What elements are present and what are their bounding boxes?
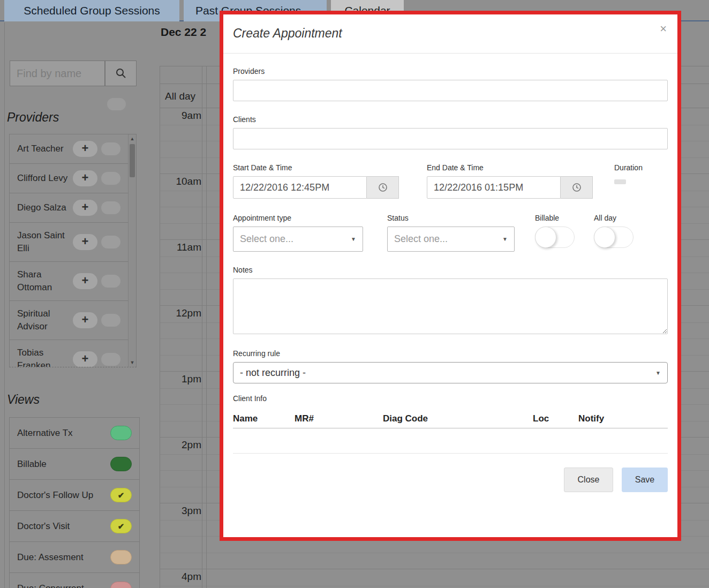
- client-info-label: Client Info: [233, 394, 668, 403]
- grid-vline: [160, 66, 160, 588]
- modal-footer: Close Save: [233, 453, 668, 492]
- provider-row[interactable]: Shara Ottoman +: [10, 262, 129, 301]
- provider-toggle[interactable]: [101, 172, 120, 185]
- grid-vline: [202, 66, 202, 588]
- duration-group: Duration: [614, 163, 668, 199]
- grid-vline: [206, 66, 207, 588]
- view-row[interactable]: Due: Concurrent: [10, 573, 139, 588]
- billable-label: Billable: [535, 214, 594, 222]
- end-datetime-input[interactable]: [427, 176, 561, 199]
- providers-field[interactable]: [233, 80, 668, 101]
- provider-toggle[interactable]: [101, 353, 120, 366]
- all-day-label: All day: [594, 214, 652, 222]
- provider-name: Clifford Levy: [17, 172, 73, 185]
- modal-header: Create Appointment ×: [223, 14, 677, 54]
- appointment-type-label: Appointment type: [233, 214, 363, 222]
- view-color-pill[interactable]: ✔: [110, 488, 132, 502]
- toggle-knob: [594, 227, 615, 248]
- provider-name: Tobias Franken: [17, 346, 73, 367]
- add-provider-button[interactable]: +: [73, 141, 97, 157]
- hour-label: 11am: [161, 242, 201, 253]
- provider-row[interactable]: Tobias Franken +: [10, 340, 129, 367]
- provider-toggle[interactable]: [101, 201, 120, 214]
- notes-label: Notes: [233, 266, 668, 274]
- provider-row[interactable]: Art Teacher +: [10, 134, 129, 164]
- save-button[interactable]: Save: [622, 468, 668, 492]
- billable-toggle[interactable]: [535, 227, 575, 248]
- provider-toggle[interactable]: [101, 275, 120, 288]
- quarter-hour-line: [160, 553, 709, 553]
- hour-row[interactable]: 4pm: [160, 569, 709, 588]
- hour-label: 1pm: [161, 373, 201, 385]
- provider-name: Jason Saint Elli: [17, 229, 73, 255]
- start-time-picker-button[interactable]: [367, 176, 399, 199]
- scrollbar-thumb[interactable]: [130, 144, 135, 177]
- all-day-group: All day: [594, 214, 652, 252]
- client-info-empty-body: [233, 428, 668, 453]
- appointment-type-group: Appointment type Select one... ▼: [233, 214, 363, 252]
- close-icon[interactable]: ×: [660, 22, 667, 36]
- all-day-toggle[interactable]: [594, 227, 633, 248]
- view-row[interactable]: Due: Assesment: [10, 542, 139, 573]
- status-label: Status: [387, 214, 515, 222]
- close-button[interactable]: Close: [564, 468, 613, 492]
- scroll-down-icon[interactable]: ▼: [129, 360, 136, 365]
- add-provider-button[interactable]: +: [73, 351, 97, 367]
- view-row[interactable]: Alternative Tx: [10, 418, 139, 449]
- tab-scheduled-group-sessions[interactable]: Scheduled Group Sessions: [4, 0, 179, 21]
- provider-row[interactable]: Diego Salza +: [10, 193, 129, 223]
- add-provider-button[interactable]: +: [73, 170, 97, 186]
- provider-toggle[interactable]: [101, 142, 120, 155]
- view-label: Doctor's Visit: [17, 521, 70, 532]
- view-color-pill[interactable]: ✔: [110, 519, 132, 533]
- view-row[interactable]: Doctor's Follow Up ✔: [10, 480, 139, 511]
- appointment-type-value: Select one...: [240, 233, 293, 245]
- end-time-picker-button[interactable]: [561, 176, 593, 199]
- provider-name: Shara Ottoman: [17, 268, 73, 294]
- add-provider-button[interactable]: +: [73, 234, 97, 250]
- chevron-down-icon: ▼: [655, 370, 661, 376]
- appointment-type-select[interactable]: Select one... ▼: [233, 227, 363, 252]
- view-color-pill[interactable]: [110, 582, 132, 588]
- view-row[interactable]: Billable: [10, 449, 139, 480]
- views-heading: Views: [7, 393, 40, 407]
- calendar-date-header: Dec 22 2: [161, 26, 206, 39]
- view-color-pill[interactable]: [110, 426, 132, 440]
- providers-scrollbar[interactable]: ▲ ▼: [128, 134, 136, 367]
- view-color-pill[interactable]: [110, 457, 132, 471]
- sidebar-divider: [4, 22, 5, 588]
- hour-label: 2pm: [161, 439, 201, 451]
- view-color-pill[interactable]: [110, 550, 132, 564]
- provider-toggle[interactable]: [101, 236, 120, 248]
- providers-filter-toggle[interactable]: [107, 98, 126, 110]
- add-provider-button[interactable]: +: [73, 312, 97, 328]
- add-provider-button[interactable]: +: [73, 200, 97, 216]
- duration-label: Duration: [614, 163, 668, 172]
- search-button[interactable]: [105, 61, 137, 86]
- provider-row[interactable]: Jason Saint Elli +: [10, 223, 129, 262]
- hour-label: 4pm: [161, 571, 201, 583]
- duration-value-placeholder: [614, 179, 626, 184]
- hour-label: 10am: [161, 176, 201, 187]
- recurring-rule-select[interactable]: - not recurring - ▼: [233, 362, 668, 383]
- client-info-column-header: Notify: [578, 413, 604, 424]
- view-label: Due: Concurrent: [17, 583, 84, 588]
- hour-label: 9am: [161, 110, 201, 122]
- client-info-header: NameMR#Diag CodeLocNotify: [233, 409, 668, 428]
- screen: Scheduled Group Sessions Past Group Sess…: [0, 0, 709, 588]
- clients-field[interactable]: [233, 128, 668, 149]
- start-datetime-input[interactable]: [233, 176, 367, 199]
- status-select[interactable]: Select one... ▼: [387, 227, 515, 252]
- provider-row[interactable]: Spiritual Advisor +: [10, 301, 129, 340]
- provider-toggle[interactable]: [101, 314, 120, 327]
- client-info-column-header: Diag Code: [383, 413, 533, 424]
- hour-label: 3pm: [161, 505, 201, 517]
- notes-input[interactable]: [233, 278, 668, 334]
- view-row[interactable]: Doctor's Visit ✔: [10, 511, 139, 542]
- check-icon: ✔: [118, 491, 125, 499]
- add-provider-button[interactable]: +: [73, 273, 97, 289]
- provider-row[interactable]: Clifford Levy +: [10, 164, 129, 193]
- search-input[interactable]: [10, 61, 105, 86]
- start-datetime-label: Start Date & Time: [233, 163, 399, 172]
- scroll-up-icon[interactable]: ▲: [129, 136, 136, 141]
